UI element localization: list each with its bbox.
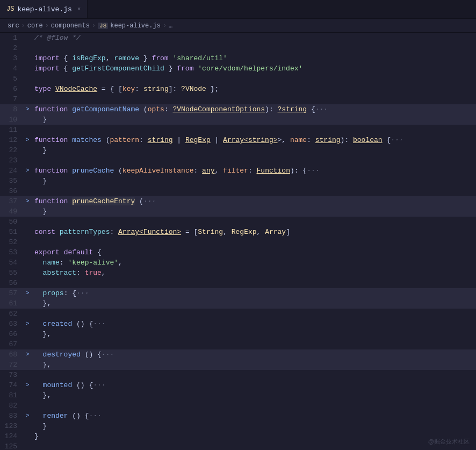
token-param: filter <box>223 167 248 175</box>
token-white: , <box>223 228 232 236</box>
token-blue: created <box>43 320 73 328</box>
line-content <box>33 278 476 288</box>
line-number: 66 <box>0 329 26 339</box>
tab-keep-alive[interactable]: JS keep-alive.js × <box>0 0 88 18</box>
token-param: key <box>122 85 135 93</box>
token-white: , <box>118 259 122 267</box>
token-param: pattern <box>110 136 139 144</box>
token-comment: /* @flow */ <box>34 34 81 42</box>
code-line: 2 <box>0 43 476 53</box>
breadcrumb-src[interactable]: src <box>8 22 19 30</box>
token-white <box>51 85 55 93</box>
fold-arrow[interactable]: > <box>26 411 33 421</box>
fold-arrow <box>26 53 33 63</box>
breadcrumb-core[interactable]: core <box>27 22 43 30</box>
line-number: 22 <box>0 145 26 155</box>
token-white: () { <box>72 320 93 328</box>
fold-arrow <box>26 206 33 217</box>
line-content: destroyed () {··· <box>33 349 476 360</box>
token-white: { <box>60 65 72 73</box>
code-line: 23 <box>0 155 476 166</box>
line-number: 82 <box>0 401 26 411</box>
breadcrumb-ellipsis[interactable]: … <box>169 22 172 30</box>
fold-arrow[interactable]: > <box>26 319 33 329</box>
line-number: 63 <box>0 319 26 329</box>
fold-arrow[interactable]: > <box>26 135 33 145</box>
token-white <box>60 248 64 256</box>
token-white: = [ <box>181 228 198 236</box>
line-content <box>33 237 476 247</box>
token-teal: patternTypes <box>60 228 110 236</box>
fold-arrow <box>26 278 33 288</box>
line-number: 49 <box>0 206 26 217</box>
line-number: 7 <box>0 94 26 104</box>
line-content: } <box>33 145 476 155</box>
fold-arrow <box>26 63 33 74</box>
line-number: 23 <box>0 155 26 166</box>
line-number: 11 <box>0 125 26 135</box>
line-content: }, <box>33 329 476 339</box>
line-content <box>33 401 476 411</box>
fold-arrow <box>26 155 33 166</box>
fold-arrow[interactable]: > <box>26 380 33 390</box>
token-white: } <box>139 54 152 62</box>
token-white: : <box>139 136 148 144</box>
code-line: 11 <box>0 125 476 135</box>
line-content <box>33 94 476 104</box>
token-keyword: function <box>34 136 68 144</box>
token-red: true <box>85 269 102 277</box>
fold-arrow[interactable]: > <box>26 288 33 298</box>
token-param: opts <box>148 105 164 113</box>
token-white: ] <box>286 228 290 236</box>
line-number: 74 <box>0 380 26 390</box>
line-number: 55 <box>0 268 26 278</box>
token-comment: ··· <box>102 351 114 359</box>
code-line: 74> mounted () {··· <box>0 380 476 390</box>
token-teal: abstract <box>43 269 76 277</box>
breadcrumb-js-icon: JS <box>98 23 108 29</box>
code-line: 36 <box>0 186 476 196</box>
fold-arrow[interactable]: > <box>26 104 33 115</box>
breadcrumb-components[interactable]: components <box>51 22 90 30</box>
line-content: created () {··· <box>33 319 476 329</box>
code-line: 63> created () {··· <box>0 319 476 329</box>
token-white: ): <box>341 136 353 144</box>
token-keyword: const <box>34 228 55 236</box>
token-comment: ··· <box>93 381 105 389</box>
token-blue: getComponentName <box>72 105 139 113</box>
line-content <box>33 155 476 166</box>
fold-arrow[interactable]: > <box>26 349 33 360</box>
line-content: function pruneCacheEntry (··· <box>33 196 476 206</box>
fold-arrow <box>26 431 33 441</box>
token-white: >, <box>278 136 290 144</box>
code-line: 12>function matches (pattern: string | R… <box>0 135 476 145</box>
token-teal: isRegExp <box>72 54 105 62</box>
code-line: 54 name: 'keep-alive', <box>0 258 476 268</box>
token-white: : <box>164 105 173 113</box>
token-white: : <box>193 167 202 175</box>
token-white: : <box>307 136 315 144</box>
line-number: 54 <box>0 258 26 268</box>
token-fn-hl: pruneCacheEntry <box>72 197 135 205</box>
line-content: mounted () {··· <box>33 380 476 390</box>
code-line: 51 const patternTypes: Array<Function> =… <box>0 227 476 237</box>
tab-close-button[interactable]: × <box>77 6 81 12</box>
code-line: 22 } <box>0 145 476 155</box>
token-comment: ··· <box>93 320 105 328</box>
line-number: 61 <box>0 298 26 309</box>
token-white: { <box>93 248 102 256</box>
code-line: 124 } <box>0 431 476 441</box>
fold-arrow[interactable]: > <box>26 196 33 206</box>
line-number: 57 <box>0 288 26 298</box>
token-type-hl: any <box>202 167 214 175</box>
fold-arrow <box>26 145 33 155</box>
code-line: 50 <box>0 217 476 227</box>
fold-arrow <box>26 125 33 135</box>
token-white: { <box>307 105 315 113</box>
token-white: } <box>34 422 47 430</box>
breadcrumb-filename[interactable]: keep-alive.js <box>110 22 161 30</box>
token-comment: ··· <box>315 105 328 113</box>
fold-arrow[interactable]: > <box>26 166 33 176</box>
token-white <box>34 289 43 297</box>
token-green: 'core/vdom/helpers/index' <box>198 65 302 73</box>
